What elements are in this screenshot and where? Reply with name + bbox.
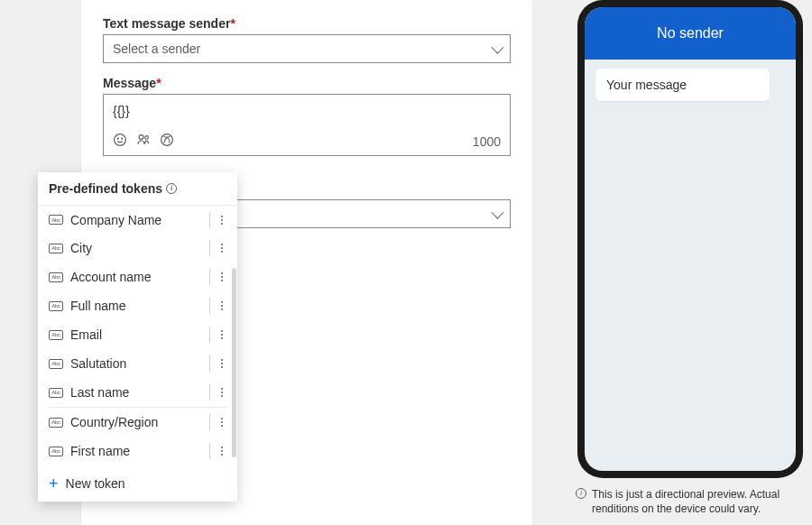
emoji-icon[interactable] <box>113 133 127 150</box>
text-type-icon: Abc <box>49 388 63 398</box>
token-list: Abc Company Name Abc City Abc Account na… <box>38 205 237 465</box>
svg-point-1 <box>117 138 118 139</box>
token-popup: Pre-defined tokens i Abc Company Name Ab… <box>38 172 237 502</box>
more-icon[interactable] <box>216 301 228 310</box>
more-icon[interactable] <box>216 272 228 281</box>
token-item[interactable]: Abc Last name <box>38 378 237 407</box>
new-token-button[interactable]: + New token <box>38 465 237 502</box>
message-text-value[interactable]: {{}} <box>104 95 510 129</box>
text-type-icon: Abc <box>49 301 63 311</box>
char-count: 1000 <box>473 134 501 149</box>
svg-point-3 <box>139 135 143 140</box>
preview-disclaimer: i This is just a directional preview. Ac… <box>576 487 808 516</box>
text-type-icon: Abc <box>49 244 63 253</box>
token-item[interactable]: Abc Full name <box>38 291 237 320</box>
sender-select-placeholder: Select a sender <box>113 41 200 56</box>
chevron-down-icon <box>491 41 503 54</box>
message-label: Message* <box>103 76 511 90</box>
more-icon[interactable] <box>216 330 228 339</box>
chevron-down-icon <box>491 207 503 219</box>
sender-label: Text message sender* <box>103 16 511 31</box>
text-type-icon: Abc <box>49 447 63 456</box>
info-icon: i <box>576 488 586 499</box>
preview-message-bubble: Your message <box>595 69 770 101</box>
plus-icon: + <box>49 475 59 492</box>
more-icon[interactable] <box>216 418 228 427</box>
text-type-icon: Abc <box>49 418 63 428</box>
svg-point-2 <box>122 138 123 139</box>
phone-screen: No sender Your message <box>585 7 796 471</box>
token-item[interactable]: Abc Company Name <box>38 205 237 234</box>
svg-point-5 <box>161 134 173 146</box>
token-item[interactable]: Abc City <box>38 234 237 262</box>
more-icon[interactable] <box>216 388 228 397</box>
more-icon[interactable] <box>216 216 228 225</box>
more-icon[interactable] <box>216 447 228 456</box>
svg-point-0 <box>115 134 126 146</box>
more-icon[interactable] <box>216 359 228 368</box>
token-item[interactable]: Abc Country/Region <box>38 408 237 437</box>
text-type-icon: Abc <box>49 215 63 225</box>
sender-select[interactable]: Select a sender <box>103 34 511 63</box>
more-icon[interactable] <box>216 244 228 253</box>
text-type-icon: Abc <box>49 330 63 340</box>
message-toolbar: 1000 <box>104 129 510 155</box>
phone-preview-body: Your message <box>585 60 796 471</box>
info-icon[interactable]: i <box>166 183 177 194</box>
text-type-icon: Abc <box>49 272 63 282</box>
token-item[interactable]: Abc Salutation <box>38 349 237 378</box>
phone-preview-frame: No sender Your message <box>577 0 803 478</box>
token-item[interactable]: Abc First name <box>38 437 237 465</box>
assist-icon[interactable] <box>160 133 174 150</box>
text-type-icon: Abc <box>49 359 63 369</box>
personalization-icon[interactable] <box>136 133 151 150</box>
token-popup-header: Pre-defined tokens i <box>38 172 237 205</box>
message-input[interactable]: {{}} 1000 <box>103 94 511 156</box>
token-item[interactable]: Abc Account name <box>38 262 237 291</box>
svg-point-4 <box>145 136 149 140</box>
token-item[interactable]: Abc Email <box>38 320 237 349</box>
scrollbar[interactable] <box>232 268 236 457</box>
phone-preview-header: No sender <box>585 7 796 60</box>
